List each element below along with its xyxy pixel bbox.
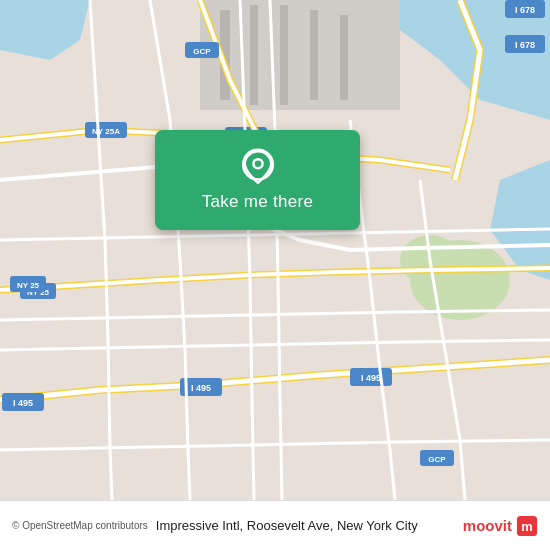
svg-point-36 [254, 160, 261, 167]
svg-text:GCP: GCP [428, 455, 446, 464]
svg-text:I 678: I 678 [515, 40, 535, 50]
bottom-bar: © OpenStreetMap contributors Impressive … [0, 500, 550, 550]
svg-rect-5 [250, 5, 258, 105]
copyright-text: © OpenStreetMap contributors [12, 520, 148, 531]
moovit-logo: moovit m [463, 515, 538, 537]
action-card[interactable]: Take me there [155, 130, 360, 230]
svg-text:I 678: I 678 [515, 5, 535, 15]
svg-rect-7 [310, 10, 318, 100]
svg-text:I 495: I 495 [191, 383, 211, 393]
svg-text:I 495: I 495 [13, 398, 33, 408]
svg-rect-6 [280, 5, 288, 105]
svg-rect-8 [340, 15, 348, 100]
location-pin-icon [239, 148, 277, 186]
map-background: I 678 NY 25A NY 25A NY 25 GCP GCP I 495 … [0, 0, 550, 500]
svg-text:NY 25: NY 25 [17, 281, 40, 290]
svg-text:I 495: I 495 [361, 373, 381, 383]
map-container: I 678 NY 25A NY 25A NY 25 GCP GCP I 495 … [0, 0, 550, 500]
moovit-brand-icon: m [516, 515, 538, 537]
action-button-label: Take me there [202, 192, 314, 212]
svg-text:m: m [521, 518, 532, 533]
svg-text:NY 25A: NY 25A [92, 127, 120, 136]
location-text: Impressive Intl, Roosevelt Ave, New York… [156, 518, 463, 533]
svg-text:GCP: GCP [193, 47, 211, 56]
moovit-logo-text: moovit [463, 517, 512, 534]
